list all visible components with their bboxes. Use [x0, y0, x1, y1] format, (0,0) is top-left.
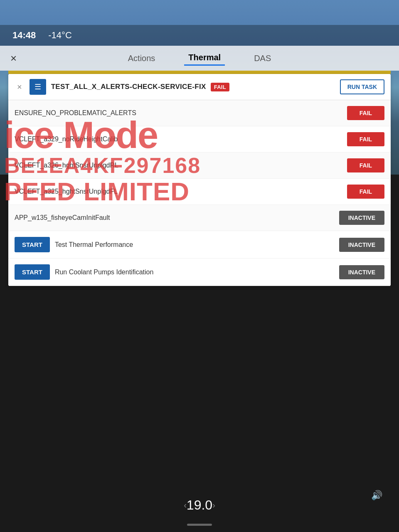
status-temperature: -14°C: [48, 30, 71, 41]
task-row-label: VCLEFT_a329_noRideHeightCalib: [15, 135, 347, 143]
task-menu-button[interactable]: ☰: [30, 79, 46, 95]
action-row-1: START Run Coolant Pumps Identification I…: [8, 259, 391, 286]
task-panel: × ☰ TEST_ALL_X_ALERTS-CHECK-SERVICE-FIX …: [8, 74, 391, 286]
status-button-3[interactable]: FAIL: [347, 185, 384, 199]
table-row: VCLEFT_a329_noRideHeightCalib FAIL: [8, 126, 391, 153]
tab-das[interactable]: DAS: [250, 52, 275, 65]
status-button-0[interactable]: FAIL: [347, 106, 384, 120]
action-status-button-0[interactable]: INACTIVE: [339, 238, 384, 252]
task-row-label: APP_w135_fisheyeCamInitFault: [15, 214, 339, 222]
status-button-2[interactable]: FAIL: [347, 158, 384, 172]
bottom-bar: ‹ 19.0 › 🔊: [0, 478, 399, 532]
task-row-label: VCLEFT_a326_hghtSnsrUnplgdRL: [15, 162, 347, 169]
status-time: 14:48: [12, 30, 36, 41]
task-fail-badge: FAIL: [211, 83, 229, 91]
table-row: APP_w135_fisheyeCamInitFault INACTIVE: [8, 205, 391, 231]
tab-thermal[interactable]: Thermal: [184, 51, 225, 66]
home-indicator: [187, 524, 212, 526]
table-row: VCLEFT_a325_hghtSnsrUnplgdFL FAIL: [8, 179, 391, 205]
chevron-right-icon[interactable]: ›: [212, 500, 215, 510]
run-task-button[interactable]: RUN TASK: [340, 79, 384, 94]
status-button-4[interactable]: INACTIVE: [339, 211, 384, 225]
action-row-0: START Test Thermal Performance INACTIVE: [8, 231, 391, 259]
action-status-button-1[interactable]: INACTIVE: [339, 265, 384, 279]
task-row-label: ENSURE_NO_PROBLEMATIC_ALERTS: [15, 109, 347, 117]
status-button-1[interactable]: FAIL: [347, 132, 384, 146]
task-close-button[interactable]: ×: [15, 81, 25, 93]
action-row-label-0: Test Thermal Performance: [55, 241, 334, 249]
main-panel: × ☰ TEST_ALL_X_ALERTS-CHECK-SERVICE-FIX …: [8, 71, 391, 478]
bottom-number: 19.0: [187, 498, 212, 513]
task-row-label: VCLEFT_a325_hghtSnsrUnplgdFL: [15, 188, 347, 195]
chevron-left-icon[interactable]: ‹: [184, 500, 187, 510]
tab-actions[interactable]: Actions: [124, 52, 160, 65]
start-button-0[interactable]: START: [15, 237, 50, 252]
task-title: TEST_ALL_X_ALERTS-CHECK-SERVICE-FIX FAIL: [51, 83, 335, 91]
status-bar: 14:48 -14°C: [0, 25, 399, 46]
yellow-accent-bar: [8, 71, 391, 74]
close-button[interactable]: ×: [10, 52, 17, 65]
table-row: ENSURE_NO_PROBLEMATIC_ALERTS FAIL: [8, 100, 391, 126]
task-header: × ☰ TEST_ALL_X_ALERTS-CHECK-SERVICE-FIX …: [8, 74, 391, 100]
volume-icon[interactable]: 🔊: [371, 490, 382, 501]
action-row-label-1: Run Coolant Pumps Identification: [55, 268, 334, 276]
start-button-1[interactable]: START: [15, 264, 50, 280]
tab-bar: × Actions Thermal DAS: [0, 46, 399, 71]
table-row: VCLEFT_a326_hghtSnsrUnplgdRL FAIL: [8, 153, 391, 179]
